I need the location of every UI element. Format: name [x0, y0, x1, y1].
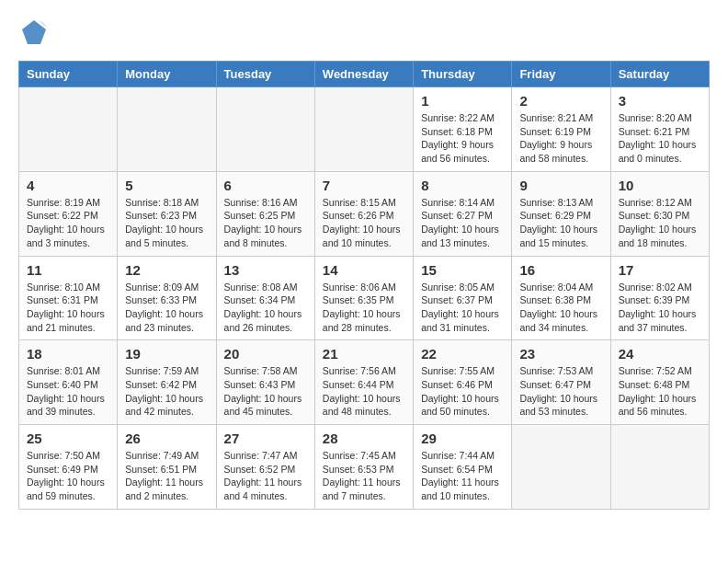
calendar-week-4: 25Sunrise: 7:50 AM Sunset: 6:49 PM Dayli…	[19, 425, 710, 510]
day-info: Sunrise: 8:13 AM Sunset: 6:29 PM Dayligh…	[519, 196, 602, 250]
calendar-cell: 29Sunrise: 7:44 AM Sunset: 6:54 PM Dayli…	[414, 425, 512, 510]
calendar-cell: 17Sunrise: 8:02 AM Sunset: 6:39 PM Dayli…	[610, 256, 709, 340]
day-info: Sunrise: 8:06 AM Sunset: 6:35 PM Dayligh…	[323, 281, 405, 335]
day-info: Sunrise: 7:45 AM Sunset: 6:53 PM Dayligh…	[323, 449, 405, 503]
day-info: Sunrise: 7:55 AM Sunset: 6:46 PM Dayligh…	[421, 364, 504, 419]
day-header-monday: Monday	[118, 62, 216, 87]
calendar-cell: 13Sunrise: 8:08 AM Sunset: 6:34 PM Dayli…	[216, 256, 314, 340]
calendar-cell: 19Sunrise: 7:59 AM Sunset: 6:42 PM Dayli…	[118, 340, 216, 425]
calendar-cell: 8Sunrise: 8:14 AM Sunset: 6:27 PM Daylig…	[414, 171, 512, 256]
day-number: 27	[224, 431, 307, 446]
day-info: Sunrise: 8:04 AM Sunset: 6:38 PM Dayligh…	[519, 281, 602, 335]
day-info: Sunrise: 7:44 AM Sunset: 6:54 PM Dayligh…	[421, 449, 504, 503]
day-info: Sunrise: 8:14 AM Sunset: 6:27 PM Dayligh…	[421, 196, 504, 250]
header	[18, 18, 710, 46]
day-info: Sunrise: 7:58 AM Sunset: 6:43 PM Dayligh…	[224, 364, 307, 419]
day-info: Sunrise: 8:02 AM Sunset: 6:39 PM Dayligh…	[619, 281, 701, 335]
day-header-tuesday: Tuesday	[216, 62, 314, 87]
day-number: 17	[619, 262, 701, 278]
day-info: Sunrise: 8:08 AM Sunset: 6:34 PM Dayligh…	[224, 281, 307, 335]
calendar-cell: 4Sunrise: 8:19 AM Sunset: 6:22 PM Daylig…	[19, 171, 118, 256]
calendar-cell	[216, 87, 314, 172]
calendar-cell: 6Sunrise: 8:16 AM Sunset: 6:25 PM Daylig…	[216, 171, 314, 256]
day-number: 9	[519, 178, 602, 193]
calendar-cell: 5Sunrise: 8:18 AM Sunset: 6:23 PM Daylig…	[118, 171, 216, 256]
calendar-table: SundayMondayTuesdayWednesdayThursdayFrid…	[18, 61, 710, 510]
day-header-thursday: Thursday	[414, 62, 512, 87]
day-number: 7	[323, 178, 405, 193]
calendar-cell: 11Sunrise: 8:10 AM Sunset: 6:31 PM Dayli…	[19, 256, 118, 340]
calendar-cell: 18Sunrise: 8:01 AM Sunset: 6:40 PM Dayli…	[19, 340, 118, 425]
day-info: Sunrise: 7:56 AM Sunset: 6:44 PM Dayligh…	[323, 364, 405, 419]
calendar-cell: 27Sunrise: 7:47 AM Sunset: 6:52 PM Dayli…	[216, 425, 314, 510]
day-info: Sunrise: 7:50 AM Sunset: 6:49 PM Dayligh…	[27, 449, 109, 503]
calendar-cell: 10Sunrise: 8:12 AM Sunset: 6:30 PM Dayli…	[610, 171, 709, 256]
day-number: 11	[27, 262, 109, 278]
calendar-header-row: SundayMondayTuesdayWednesdayThursdayFrid…	[19, 62, 710, 87]
day-number: 13	[224, 262, 307, 278]
logo-icon	[20, 18, 48, 46]
day-info: Sunrise: 7:59 AM Sunset: 6:42 PM Dayligh…	[125, 364, 208, 419]
day-number: 25	[27, 431, 109, 446]
day-number: 1	[421, 93, 504, 109]
day-number: 18	[27, 346, 109, 362]
calendar-cell: 15Sunrise: 8:05 AM Sunset: 6:37 PM Dayli…	[414, 256, 512, 340]
calendar-week-1: 4Sunrise: 8:19 AM Sunset: 6:22 PM Daylig…	[19, 171, 710, 256]
calendar-cell: 23Sunrise: 7:53 AM Sunset: 6:47 PM Dayli…	[512, 340, 610, 425]
day-number: 20	[224, 346, 307, 362]
day-info: Sunrise: 8:21 AM Sunset: 6:19 PM Dayligh…	[519, 111, 602, 166]
calendar-week-3: 18Sunrise: 8:01 AM Sunset: 6:40 PM Dayli…	[19, 340, 710, 425]
day-info: Sunrise: 8:19 AM Sunset: 6:22 PM Dayligh…	[27, 196, 109, 250]
day-info: Sunrise: 8:15 AM Sunset: 6:26 PM Dayligh…	[323, 196, 405, 250]
calendar-cell	[19, 87, 118, 172]
calendar-cell	[610, 425, 709, 510]
day-number: 23	[519, 346, 602, 362]
calendar-cell: 26Sunrise: 7:49 AM Sunset: 6:51 PM Dayli…	[118, 425, 216, 510]
day-number: 19	[125, 346, 208, 362]
day-info: Sunrise: 7:52 AM Sunset: 6:48 PM Dayligh…	[619, 364, 701, 419]
day-number: 22	[421, 346, 504, 362]
day-info: Sunrise: 8:10 AM Sunset: 6:31 PM Dayligh…	[27, 281, 109, 335]
calendar-cell: 24Sunrise: 7:52 AM Sunset: 6:48 PM Dayli…	[610, 340, 709, 425]
day-info: Sunrise: 8:01 AM Sunset: 6:40 PM Dayligh…	[27, 364, 109, 419]
day-number: 26	[125, 431, 208, 446]
calendar-cell: 9Sunrise: 8:13 AM Sunset: 6:29 PM Daylig…	[512, 171, 610, 256]
calendar-cell: 2Sunrise: 8:21 AM Sunset: 6:19 PM Daylig…	[512, 87, 610, 172]
day-info: Sunrise: 8:12 AM Sunset: 6:30 PM Dayligh…	[619, 196, 701, 250]
calendar-cell: 16Sunrise: 8:04 AM Sunset: 6:38 PM Dayli…	[512, 256, 610, 340]
day-number: 2	[519, 93, 602, 109]
calendar-week-2: 11Sunrise: 8:10 AM Sunset: 6:31 PM Dayli…	[19, 256, 710, 340]
calendar-cell	[118, 87, 216, 172]
day-number: 29	[421, 431, 504, 446]
day-info: Sunrise: 8:09 AM Sunset: 6:33 PM Dayligh…	[125, 281, 208, 335]
calendar-body: 1Sunrise: 8:22 AM Sunset: 6:18 PM Daylig…	[19, 87, 710, 510]
day-number: 21	[323, 346, 405, 362]
day-number: 10	[619, 178, 701, 193]
calendar-cell: 12Sunrise: 8:09 AM Sunset: 6:33 PM Dayli…	[118, 256, 216, 340]
day-info: Sunrise: 8:20 AM Sunset: 6:21 PM Dayligh…	[619, 111, 701, 166]
day-number: 6	[224, 178, 307, 193]
day-info: Sunrise: 8:22 AM Sunset: 6:18 PM Dayligh…	[421, 111, 504, 166]
calendar-cell	[512, 425, 610, 510]
calendar-cell: 3Sunrise: 8:20 AM Sunset: 6:21 PM Daylig…	[610, 87, 709, 172]
day-info: Sunrise: 7:53 AM Sunset: 6:47 PM Dayligh…	[519, 364, 602, 419]
calendar-cell: 14Sunrise: 8:06 AM Sunset: 6:35 PM Dayli…	[314, 256, 413, 340]
day-number: 5	[125, 178, 208, 193]
logo	[18, 18, 48, 46]
day-number: 24	[619, 346, 701, 362]
day-number: 16	[519, 262, 602, 278]
calendar-cell: 20Sunrise: 7:58 AM Sunset: 6:43 PM Dayli…	[216, 340, 314, 425]
day-header-saturday: Saturday	[610, 62, 709, 87]
day-info: Sunrise: 8:16 AM Sunset: 6:25 PM Dayligh…	[224, 196, 307, 250]
day-header-sunday: Sunday	[19, 62, 118, 87]
calendar-cell	[314, 87, 413, 172]
day-number: 4	[27, 178, 109, 193]
day-number: 15	[421, 262, 504, 278]
day-info: Sunrise: 7:49 AM Sunset: 6:51 PM Dayligh…	[125, 449, 208, 503]
calendar-week-0: 1Sunrise: 8:22 AM Sunset: 6:18 PM Daylig…	[19, 87, 710, 172]
calendar-cell: 22Sunrise: 7:55 AM Sunset: 6:46 PM Dayli…	[414, 340, 512, 425]
day-info: Sunrise: 8:18 AM Sunset: 6:23 PM Dayligh…	[125, 196, 208, 250]
day-number: 3	[619, 93, 701, 109]
day-info: Sunrise: 7:47 AM Sunset: 6:52 PM Dayligh…	[224, 449, 307, 503]
day-number: 12	[125, 262, 208, 278]
